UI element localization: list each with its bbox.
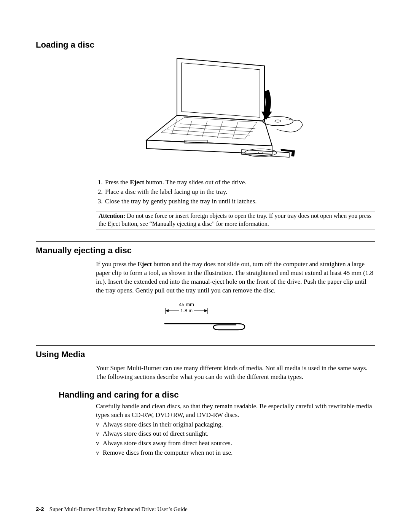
svg-marker-26 — [204, 309, 207, 312]
bullet-2: Always store discs out of direct sunligh… — [96, 430, 375, 438]
measure-in: 1.8 in — [180, 308, 193, 313]
svg-marker-20 — [261, 112, 272, 120]
handling-para: Carefully handle and clean discs, so tha… — [96, 402, 375, 420]
svg-line-5 — [167, 130, 250, 135]
manual-eject-para: If you press the Eject button and the tr… — [96, 260, 375, 295]
step1-suffix: button. The tray slides out of the drive… — [144, 179, 247, 186]
footer-title: Super Multi-Burner Ultrabay Enhanced Dri… — [49, 506, 188, 512]
manual-bold: Eject — [138, 260, 152, 268]
attention-label: Attention: — [99, 212, 125, 219]
loading-steps: Press the Eject button. The tray slides … — [96, 178, 375, 230]
figure-paperclip: 45 mm 1.8 in — [36, 300, 375, 336]
bullet-1: Always store discs in their original pac… — [96, 420, 375, 429]
measure-mm: 45 mm — [179, 302, 194, 307]
svg-point-16 — [258, 152, 263, 153]
heading-handling: Handling and caring for a disc — [59, 389, 375, 401]
step1-prefix: Press the — [105, 179, 130, 186]
step-2: Place a disc with the label facing up in… — [104, 188, 375, 197]
heading-using-media: Using Media — [36, 349, 375, 360]
svg-marker-3 — [147, 140, 272, 154]
attention-text: Do not use force or insert foreign objec… — [99, 212, 371, 227]
svg-marker-1 — [182, 63, 260, 117]
step1-bold: Eject — [130, 179, 144, 186]
laptop-illustration — [139, 54, 303, 169]
section-rule — [36, 345, 375, 346]
svg-marker-25 — [166, 309, 169, 312]
section-rule — [36, 36, 375, 36]
step-3: Close the tray by gently pushing the tra… — [104, 197, 375, 206]
paperclip-illustration: 45 mm 1.8 in — [162, 300, 249, 334]
handling-list: Always store discs in their original pac… — [96, 420, 375, 458]
bullet-3: Always store discs away from direct heat… — [96, 439, 375, 448]
svg-line-8 — [172, 119, 177, 134]
page-number: 2-2 — [36, 506, 44, 512]
heading-loading: Loading a disc — [36, 39, 375, 51]
section-rule — [36, 241, 375, 242]
bullet-4: Remove discs from the computer when not … — [96, 449, 375, 457]
heading-manual-eject: Manually ejecting a disc — [36, 245, 375, 256]
svg-marker-0 — [177, 58, 264, 121]
manual-prefix: If you press the — [96, 260, 138, 268]
figure-laptop-disc — [66, 54, 375, 171]
using-media-para: Your Super Multi-Burner can use many dif… — [96, 364, 375, 382]
attention-box: Attention: Do not use force or insert fo… — [96, 211, 375, 230]
page: Loading a disc — [0, 0, 411, 532]
svg-marker-4 — [161, 117, 257, 139]
page-footer: 2-2Super Multi-Burner Ultrabay Enhanced … — [36, 505, 188, 513]
step-1: Press the Eject button. The tray slides … — [104, 178, 375, 187]
svg-point-19 — [275, 120, 281, 122]
